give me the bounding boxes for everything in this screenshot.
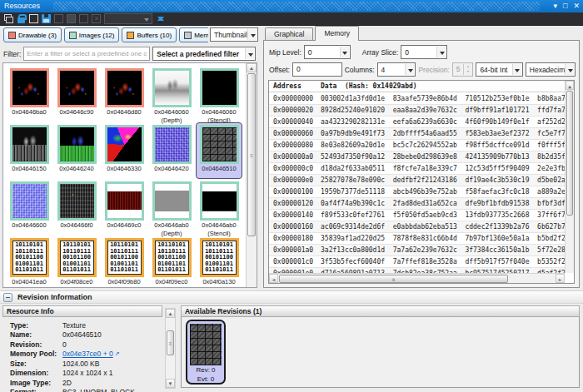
thumbnail-tile[interactable]: 0x04646060 (Depth)	[148, 66, 195, 122]
disabled-tool-4-icon[interactable]	[92, 14, 101, 23]
lock-icon[interactable]	[17, 14, 26, 23]
array-slice-select[interactable]: 0	[401, 45, 447, 59]
filter-button-images[interactable]: Images (12)	[64, 27, 120, 42]
thumbnail-tile[interactable]: 0x04646c90	[53, 66, 100, 122]
hex-vertical-scrollbar[interactable]: ▲	[565, 81, 574, 273]
fit-vertical-icon[interactable]	[156, 14, 165, 23]
hex-row[interactable]: 0x00000000 003002d1a3fd0d1e 83aafe5739e8…	[269, 93, 565, 105]
right-panel-tabs: Graphical Memory	[265, 26, 361, 41]
hex-rows: 0x00000000 003002d1a3fd0d1e 83aafe5739e8…	[269, 93, 565, 273]
scroll-up-icon[interactable]: ▲	[566, 81, 574, 90]
disabled-tool-1-icon[interactable]	[54, 14, 63, 23]
hex-row[interactable]: 0x00000100 1959b7377de51118 abcb496b39e7…	[269, 186, 565, 198]
thumbnail-address: 0x04646d80	[107, 108, 141, 116]
available-revisions-title: Available Revisions (1)	[181, 305, 580, 317]
tab-memory[interactable]: Memory	[315, 26, 359, 41]
thumbnail-tile[interactable]: 0x04646330	[101, 122, 147, 179]
hex-row[interactable]: 0x00000140 f89f533c0fef2761 f5f050fd5aeb…	[269, 210, 565, 221]
predefined-filter-select[interactable]: Select a predefined filter	[152, 47, 256, 61]
offset-label: Offset:	[269, 66, 290, 74]
disabled-tool-3-icon[interactable]	[79, 14, 88, 23]
toolbar	[0, 12, 583, 26]
disabled-tool-2-icon[interactable]	[67, 14, 76, 23]
hex-dump-table[interactable]: Address Data (Hash: 0x14029abd) 0x000000…	[268, 80, 575, 284]
collapse-icon[interactable]	[3, 293, 12, 302]
resource-info-value: BC3_UNORM_BLOCK	[62, 388, 135, 392]
resource-info-row: Revision: 0	[10, 340, 162, 350]
filter-button-memory[interactable]: Memory (20)	[179, 27, 208, 42]
thumbnail-tile[interactable]: 10110101 10110111 00101100 01001101 0110…	[53, 236, 100, 287]
thumbnail-tile[interactable]: 0x046469c0	[101, 179, 147, 236]
hex-horizontal-scrollbar[interactable]: ◄ ≡ ►	[269, 273, 565, 283]
thumbnail-tile[interactable]: 0x04646060 (Stencil)	[196, 66, 242, 122]
thumbnail-tile[interactable]: 0x04646600	[6, 179, 52, 236]
cascade-windows-icon[interactable]	[4, 14, 13, 23]
dropdown-arrow-icon	[436, 47, 446, 57]
hex-row[interactable]: 0x000000a0 52493d7350f90a12 28bebe0d2986…	[269, 151, 565, 163]
thumbnail-tile[interactable]: 0x04646d80	[101, 66, 147, 122]
thumbnail-tile[interactable]: 0x04646420	[148, 122, 195, 179]
thumbnail-tile[interactable]: 0x04646510	[196, 122, 242, 179]
resource-info-value[interactable]: 0x04e37ce0 + 0	[62, 350, 113, 358]
hex-row[interactable]: 0x000000e0 25827078e78e090c dedfbf2f2124…	[269, 175, 565, 186]
thumbnail-image	[152, 125, 192, 164]
thumbnail-tile[interactable]: 0x04646ab0 (Depth)	[148, 179, 195, 236]
thumbnail-tile[interactable]: 10110101 10110111 00101100 01001101 0110…	[101, 236, 147, 287]
hex-row[interactable]: 0x00000160 ac069c9314de2d6f e0abbdab62eb…	[269, 221, 565, 233]
thumbnail-address: 0x04f09b80	[107, 278, 140, 285]
hex-row[interactable]: 0x00000040 aa4323290282131e eefa6a6239a6…	[269, 117, 565, 128]
scroll-up-icon[interactable]: ▲	[166, 309, 175, 318]
maximize-icon[interactable]: □	[563, 0, 567, 12]
thumbnail-image	[105, 125, 144, 164]
data-column-header: Data (Hash: 0x14029abd)	[321, 82, 417, 90]
scroll-up-icon[interactable]: ▲	[247, 63, 257, 72]
thumbnail-image	[105, 68, 144, 107]
thumbnail-tile[interactable]: 0x04646ab0 (Stencil)	[196, 179, 242, 236]
hex-row[interactable]: 0x00000180 35839af1ad220d25 7878f8e831c6…	[269, 233, 565, 245]
display-format-select[interactable]: Hexadecimal	[526, 62, 576, 77]
thumbnail-address: 0x04646060	[154, 108, 188, 116]
scrollbar-thumb[interactable]	[566, 91, 573, 216]
titlebar[interactable]: Resources ▾ □ ✕	[0, 0, 583, 12]
window-menu-icon[interactable]: ▾	[553, 0, 557, 12]
scrollbar-thumb[interactable]: ≡	[279, 275, 508, 283]
array-slice-label: Array Slice:	[362, 48, 398, 57]
scroll-left-icon[interactable]: ◄	[269, 274, 278, 283]
hex-row[interactable]: 0x000001a0 3a2f13cc0a800d1d 7a7a62e239e7…	[269, 245, 565, 256]
scroll-right-icon[interactable]: ►	[556, 274, 565, 283]
revision-card[interactable]: Rev: 0 Evt: 0	[186, 320, 226, 385]
scrollbar-thumb[interactable]: ≡	[167, 330, 174, 355]
offset-input[interactable]: 0	[292, 62, 342, 77]
scroll-down-icon[interactable]: ▼	[166, 379, 175, 388]
mip-level-select[interactable]: 0	[304, 45, 351, 59]
thumbnail-tile[interactable]: 0x04646ba0	[6, 66, 52, 122]
hex-row[interactable]: 0x000000c0 d18da2f633ab0511 f8fcfe7a18e3…	[269, 163, 565, 175]
thumbnail-tile[interactable]: 10110101 10110111 00101100 01001101 0110…	[6, 236, 52, 287]
hex-row[interactable]: 0x00000020 8928d25240e91020 eaa8aa2d39e7…	[269, 105, 565, 117]
thumbnail-tile[interactable]: 0x04646240	[53, 122, 100, 179]
save-icon[interactable]	[42, 14, 51, 23]
close-icon[interactable]: ✕	[573, 0, 580, 12]
thumbnail-scrollbar[interactable]: ▲ ≡	[246, 63, 257, 287]
scrollbar-thumb[interactable]: ≡	[247, 73, 256, 236]
hex-row[interactable]: 0x00000060 0a97b9db9e491f73 2dbffff54a6a…	[269, 128, 565, 140]
columns-select[interactable]: 4	[377, 62, 416, 77]
resources-window: Resources ▾ □ ✕ Drawable (3) Images (12)…	[0, 0, 583, 392]
filter-button-buffers[interactable]: Buffers (10)	[122, 27, 177, 42]
thumbnail-tile[interactable]: 0x04646150	[6, 122, 52, 179]
selection-region-icon[interactable]	[29, 14, 38, 23]
thumbnail-tile[interactable]: 0x046466f0	[53, 179, 100, 236]
thumbnail-tile[interactable]: 10110101 10110111 00101100 01001101 0110…	[196, 236, 242, 287]
resource-select-combo[interactable]	[104, 13, 152, 24]
hex-row[interactable]: 0x00000120 0af4f74a9b390c1c 2fad8ded31a6…	[269, 198, 565, 210]
tab-graphical[interactable]: Graphical	[265, 27, 313, 41]
int-format-select[interactable]: 64-bit Int	[476, 62, 522, 77]
resource-info-scrollbar[interactable]: ▲ ≡ ▼	[165, 308, 176, 389]
hex-row[interactable]: 0x00000080 8e03e82609a20d1e bc5c7c262945…	[269, 140, 565, 151]
filter-button-drawable[interactable]: Drawable (3)	[3, 27, 62, 42]
filter-input[interactable]	[23, 47, 150, 61]
hex-row[interactable]: 0x000001c0 3f53b5fecf60040f 7a7ffef818e3…	[269, 256, 565, 268]
thumbnail-tile[interactable]: 10110101 10110111 00101100 01001101 0110…	[148, 236, 195, 287]
revision-information-header[interactable]: Revision Information	[0, 290, 583, 304]
view-mode-select[interactable]: Thumbnails	[210, 27, 258, 42]
